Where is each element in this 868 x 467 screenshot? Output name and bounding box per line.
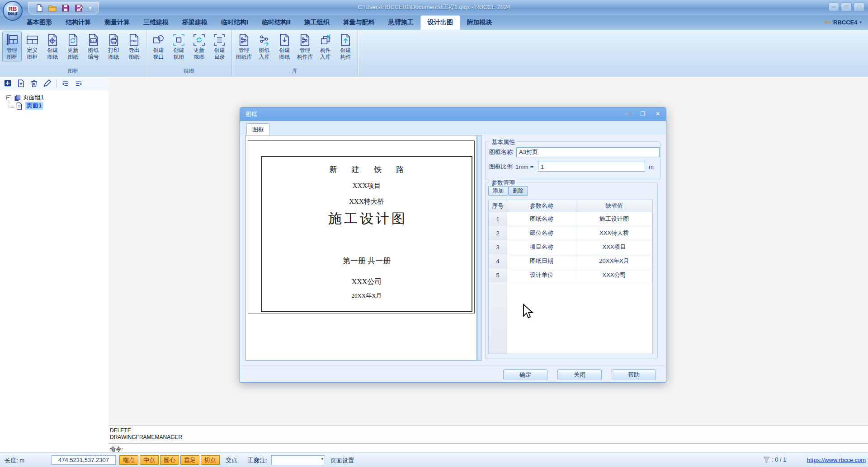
quick-access-dropdown-icon[interactable]: ▼ — [87, 6, 92, 10]
ribbon-button-component-to-library[interactable]: 构件入库 — [316, 32, 335, 61]
ok-button[interactable]: 确定 — [503, 369, 547, 380]
table-cell: 项目名称 — [507, 240, 576, 254]
preview-splitter[interactable] — [477, 135, 482, 361]
table-row[interactable]: 1图纸名称施工设计图 — [489, 212, 652, 226]
preview-line: 20XX年X月 — [262, 292, 472, 300]
dialog-minimize-button[interactable]: — — [623, 110, 633, 118]
ribbon-button-print-sheet[interactable]: 打印图纸 — [104, 32, 123, 61]
command-prompt[interactable]: 命令: — [108, 444, 868, 453]
tab-temp-structure-1[interactable]: 临时结构I — [214, 16, 255, 30]
rename-page-icon[interactable] — [43, 79, 52, 88]
ribbon-button-label: 创建 — [43, 47, 62, 54]
tab-temp-structure-2[interactable]: 临时结构II — [255, 16, 297, 30]
ribbon-button-manage-sheet-library[interactable]: 管理图纸库 — [234, 32, 254, 61]
logo-text-cce: CCE — [8, 12, 18, 15]
parameter-table: 序号参数名称缺省值1图纸名称施工设计图2部位名称XXX特大桥3项目名称XXX项目… — [488, 200, 653, 354]
close-button[interactable]: 关闭 — [557, 369, 602, 380]
ribbon-button-define-frame[interactable]: 定义图框 — [23, 32, 42, 61]
help-button[interactable]: 帮助 — [612, 369, 656, 380]
snap-intersection[interactable]: 交点 — [221, 456, 242, 464]
snap-tangent[interactable]: 切点 — [201, 455, 220, 465]
table-cell: 3 — [489, 240, 507, 254]
ribbon-button-label: 创建 — [336, 47, 355, 54]
snap-center[interactable]: 圆心 — [160, 455, 179, 465]
snap-endpoint[interactable]: 端点 — [119, 455, 138, 465]
table-row[interactable]: 4图纸日期20XX年X月 — [489, 254, 652, 268]
ribbon-button-create-component[interactable]: 创建构件 — [336, 32, 355, 61]
tab-basic-graphics[interactable]: 基本图形 — [20, 16, 59, 30]
ribbon-button-update-sheet[interactable]: 更新图纸 — [63, 32, 83, 61]
new-file-icon[interactable] — [35, 4, 44, 13]
ribbon-button-label: 图纸 — [84, 47, 103, 54]
dialog-maximize-button[interactable]: ❐ — [637, 110, 648, 118]
svg-text:PDF: PDF — [131, 39, 138, 43]
tree-item-page[interactable]: 页面1 — [2, 102, 107, 110]
add-page-group-icon[interactable] — [4, 79, 12, 88]
add-page-icon[interactable] — [17, 79, 25, 88]
ribbon-button-manage-component-library[interactable]: 管理构件库 — [295, 32, 315, 61]
tab-3d-modeling[interactable]: 三维建模 — [137, 16, 175, 30]
tab-cantilever-construction[interactable]: 悬臂施工 — [382, 16, 420, 30]
website-link[interactable]: https://www.rbcce.com — [807, 457, 866, 463]
view-refresh-icon — [192, 33, 206, 47]
frame-name-input[interactable] — [516, 147, 660, 157]
tree-item-page-group[interactable]: 页面组1 — [2, 93, 107, 102]
close-button[interactable]: ✕ — [854, 3, 864, 11]
tab-bridge-modeling[interactable]: 桥梁建模 — [175, 16, 214, 30]
table-row[interactable]: 5设计单位XXX公司 — [489, 268, 652, 282]
account-menu[interactable]: RBCCE4 ▾ — [824, 19, 862, 26]
frame-preview[interactable]: 新 建 铁 路XXX项目XXX特大桥施工设计图第一册 共一册XXX公司20XX年… — [245, 135, 477, 361]
tab-construction-org[interactable]: 施工组织 — [297, 16, 336, 30]
open-file-icon[interactable] — [48, 4, 57, 13]
snap-perpendicular[interactable]: 垂足 — [180, 455, 199, 465]
ribbon-button-manage-frame[interactable]: 管理图框 — [2, 32, 22, 61]
ribbon-button-sheet-to-library[interactable]: 图纸入库 — [255, 32, 274, 61]
preview-line: 第一册 共一册 — [262, 256, 472, 266]
ribbon-button-create-viewport[interactable]: 创建视口 — [149, 32, 168, 61]
ribbon-button-create-view[interactable]: 创建视图 — [169, 32, 189, 61]
tab-structure-calc[interactable]: 结构计算 — [59, 16, 98, 30]
annotation-style-select[interactable]: ▾ — [271, 455, 325, 465]
toolbar-separator — [56, 79, 57, 88]
page-tree: 页面组1 页面1 — [0, 90, 108, 113]
save-as-file-icon[interactable] — [74, 4, 83, 13]
save-file-icon[interactable] — [61, 4, 70, 13]
tab-design-drawing[interactable]: 设计出图 — [420, 15, 460, 30]
ribbon-button-create-sheet-from-library[interactable]: 创建图纸 — [275, 32, 294, 61]
ribbon-button-create-sheet[interactable]: 创建图纸 — [43, 32, 62, 61]
frame-scale-input[interactable] — [538, 162, 645, 172]
ribbon-button-create-toc[interactable]: 创建目录 — [210, 32, 229, 61]
app-logo-icon[interactable]: RB CCE — [3, 1, 23, 21]
add-parameter-button[interactable]: 添加 — [488, 186, 508, 196]
table-row[interactable]: 2部位名称XXX特大桥 — [489, 226, 652, 240]
chevron-down-icon: ▾ — [859, 20, 862, 24]
delete-page-icon[interactable] — [30, 79, 38, 88]
doc-123-icon: 123 — [86, 33, 100, 47]
snap-midpoint[interactable]: 中点 — [140, 455, 159, 465]
maximize-button[interactable]: ❐ — [841, 3, 852, 11]
ribbon-button-export-sheet[interactable]: PDF导出图纸 — [124, 32, 144, 61]
ribbon-button-label: 定义 — [23, 47, 42, 54]
command-area[interactable]: DELETE DRAWINGFRAMEMANAGER 命令: — [108, 425, 868, 453]
coordinate-display: 474.5231,537.2307 — [52, 455, 116, 465]
menu-tabs: 基本图形结构计算测量计算三维建模桥梁建模临时结构I临时结构II施工组织算量与配料… — [20, 15, 499, 30]
dialog-close-button[interactable]: ✕ — [652, 110, 663, 118]
ribbon-button-label: 创建 — [149, 47, 168, 54]
collapse-all-icon[interactable] — [74, 79, 83, 88]
tab-addon-modules[interactable]: 附加模块 — [460, 16, 499, 30]
delete-parameter-button[interactable]: 删除 — [508, 186, 528, 196]
collapse-toggle-icon[interactable] — [6, 95, 11, 100]
command-history-line: DELETE — [108, 425, 868, 434]
tab-quantity-material[interactable]: 算量与配料 — [336, 16, 382, 30]
table-header-cell: 序号 — [489, 200, 507, 212]
table-row[interactable]: 3项目名称XXX项目 — [489, 240, 652, 254]
ribbon-button-sheet-number[interactable]: 123图纸编号 — [84, 32, 103, 61]
left-panel-toolbar — [0, 77, 108, 90]
tab-survey-calc[interactable]: 测量计算 — [98, 16, 137, 30]
page-setup-button[interactable]: 页面设置 — [330, 457, 354, 465]
minimize-button[interactable]: — — [828, 3, 839, 11]
dialog-footer-separator — [241, 365, 665, 365]
dialog-titlebar[interactable]: 图框 — [240, 107, 666, 121]
expand-all-icon[interactable] — [61, 79, 70, 88]
ribbon-button-update-view[interactable]: 更新视图 — [189, 32, 209, 61]
